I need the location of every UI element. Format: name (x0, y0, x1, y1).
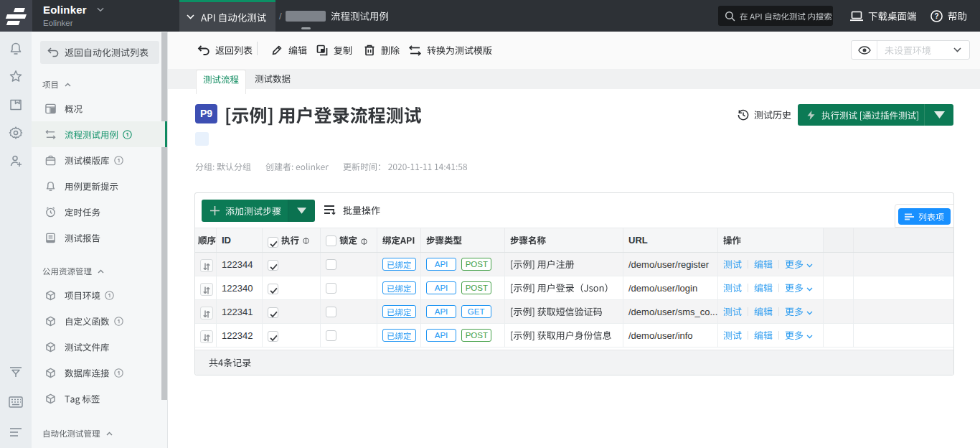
svg-text:?: ? (934, 12, 938, 20)
